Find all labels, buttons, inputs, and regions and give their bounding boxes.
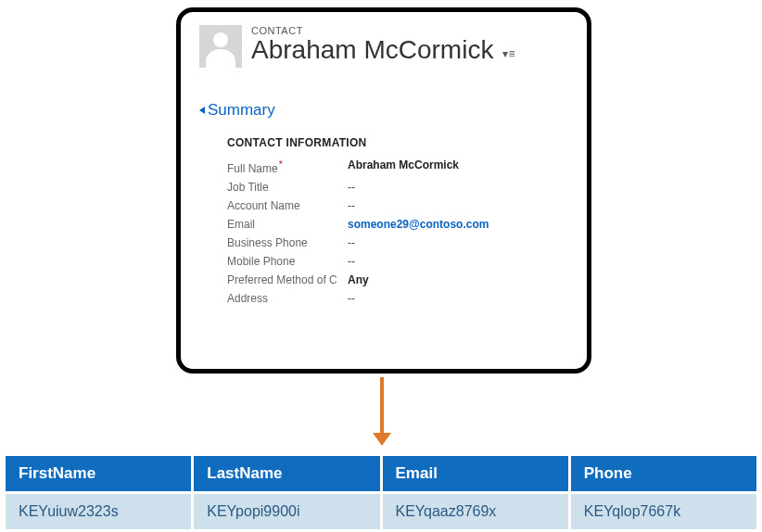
- field-value-account[interactable]: --: [348, 199, 568, 212]
- field-label-account: Account Name: [227, 199, 348, 212]
- summary-label: Summary: [208, 101, 275, 120]
- field-label-email: Email: [227, 218, 348, 231]
- column-header-firstname: FirstName: [6, 456, 191, 491]
- field-value-businessphone[interactable]: --: [348, 236, 568, 249]
- cell-phone: KEYqlop7667k: [571, 494, 756, 529]
- collapse-icon: [199, 107, 205, 114]
- contact-card: CONTACT Abraham McCormick ▾≡ Summary CON…: [176, 7, 591, 374]
- summary-section-toggle[interactable]: Summary: [199, 101, 568, 120]
- field-value-email[interactable]: someone29@contoso.com: [348, 218, 568, 231]
- contact-header: CONTACT Abraham McCormick ▾≡: [199, 25, 568, 68]
- contact-name: Abraham McCormick: [251, 36, 493, 65]
- field-value-mobilephone[interactable]: --: [348, 255, 568, 268]
- field-value-address[interactable]: --: [348, 292, 568, 305]
- field-label-preferred: Preferred Method of C: [227, 273, 348, 286]
- contact-name-row: Abraham McCormick ▾≡: [251, 36, 514, 65]
- column-header-phone: Phone: [571, 456, 756, 491]
- record-menu-icon[interactable]: ▾≡: [502, 48, 514, 59]
- field-label-businessphone: Business Phone: [227, 236, 348, 249]
- column-header-lastname: LastName: [194, 456, 379, 491]
- field-label-address: Address: [227, 292, 348, 305]
- field-value-jobtitle[interactable]: --: [348, 181, 568, 194]
- field-value-fullname[interactable]: Abraham McCormick: [348, 158, 568, 175]
- mapping-table: FirstName LastName Email Phone KEYuiuw23…: [6, 456, 756, 529]
- cell-firstname: KEYuiuw2323s: [6, 494, 191, 529]
- avatar-icon: [199, 25, 242, 68]
- field-label-mobilephone: Mobile Phone: [227, 255, 348, 268]
- contact-info-heading: CONTACT INFORMATION: [227, 136, 568, 149]
- cell-email: KEYqaaz8769x: [383, 494, 568, 529]
- contact-titles: CONTACT Abraham McCormick ▾≡: [251, 25, 514, 65]
- contact-info-grid: Full Name* Abraham McCormick Job Title -…: [227, 158, 568, 305]
- field-label-fullname: Full Name*: [227, 158, 348, 175]
- field-label-jobtitle: Job Title: [227, 181, 348, 194]
- column-header-email: Email: [383, 456, 568, 491]
- field-value-preferred[interactable]: Any: [348, 273, 568, 286]
- cell-lastname: KEYpopi9900i: [194, 494, 379, 529]
- arrow-down-icon: [380, 377, 384, 433]
